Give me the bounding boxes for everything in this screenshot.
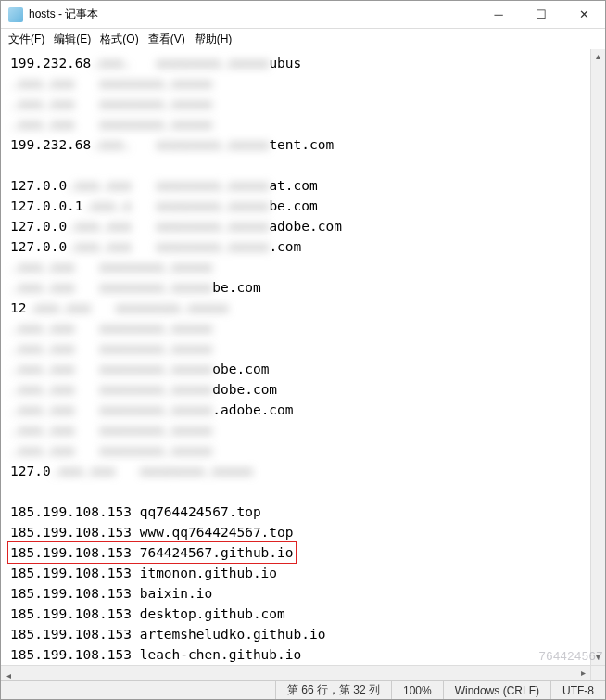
text-line-obscured: .xxx.xxx xxxxxxxx.xxxxx: [10, 440, 581, 461]
text-line-obscured: 127.0.0.xxx.xxx xxxxxxxx.xxxxx.com: [10, 236, 581, 257]
status-zoom: 100%: [391, 681, 443, 700]
scroll-down-icon[interactable]: ▾: [591, 650, 605, 665]
text-line: 185.199.108.153 leach-chen.github.io: [10, 644, 581, 665]
menu-format[interactable]: 格式(O): [100, 32, 138, 47]
menu-edit[interactable]: 编辑(E): [54, 32, 91, 47]
text-line-obscured: .xxx.xxx xxxxxxxx.xxxxx.adobe.com: [10, 400, 581, 420]
highlighted-entry: 185.199.108.153 764424567.github.io: [7, 541, 297, 564]
scrollbar-corner: [590, 665, 605, 680]
scroll-left-icon[interactable]: ◂: [1, 668, 16, 680]
scroll-right-icon[interactable]: ▸: [575, 666, 590, 680]
text-line: 185.199.108.153 baixin.io: [10, 583, 581, 604]
text-line-obscured: .xxx.xxx xxxxxxxx.xxxxxobe.com: [10, 359, 581, 379]
menu-view[interactable]: 查看(V): [148, 32, 185, 47]
status-eol: Windows (CRLF): [443, 681, 550, 700]
maximize-button[interactable]: ☐: [520, 1, 562, 28]
editor-area: 199.232.68.xxx. xxxxxxxx.xxxxxubus.xxx.x…: [1, 49, 605, 680]
text-line: 185.199.108.153 qq764424567.top: [10, 502, 581, 522]
text-line-obscured: .xxx.xxx xxxxxxxx.xxxxx: [10, 257, 581, 277]
text-line-obscured: 12.xxx.xxx xxxxxxxx.xxxxx: [10, 298, 581, 318]
text-line-obscured: .xxx.xxx xxxxxxxx.xxxxxbe.com: [10, 277, 581, 298]
text-line-obscured: .xxx.xxx xxxxxxxx.xxxxx: [10, 420, 581, 440]
window-controls: ─ ☐ ✕: [477, 1, 605, 28]
text-line: 185.199.108.153 www.qq764424567.top: [10, 522, 581, 542]
text-line-obscured: .xxx.xxx xxxxxxxx.xxxxx: [10, 338, 581, 359]
statusbar: 第 66 行，第 32 列 100% Windows (CRLF) UTF-8: [1, 680, 605, 700]
scroll-up-icon[interactable]: ▴: [591, 49, 605, 64]
horizontal-scrollbar[interactable]: ◂ ▸: [1, 665, 590, 680]
text-line: 185.199.108.153 itmonon.github.io: [10, 563, 581, 583]
text-line: 185.199.108.153 desktop.github.com: [10, 604, 581, 624]
close-button[interactable]: ✕: [562, 1, 605, 28]
menu-file[interactable]: 文件(F): [8, 32, 44, 47]
text-content[interactable]: 199.232.68.xxx. xxxxxxxx.xxxxxubus.xxx.x…: [1, 49, 590, 665]
text-line-obscured: 127.0.0.1.xxx.x xxxxxxxx.xxxxxbe.com: [10, 196, 581, 216]
text-line-obscured: .xxx.xxx xxxxxxxx.xxxxx: [10, 318, 581, 338]
titlebar: hosts - 记事本 ─ ☐ ✕: [1, 1, 605, 29]
window-title: hosts - 记事本: [29, 6, 477, 22]
text-line-obscured: 199.232.68.xxx. xxxxxxxx.xxxxxtent.com: [10, 134, 581, 155]
text-line-obscured: .xxx.xxx xxxxxxxx.xxxxxdobe.com: [10, 379, 581, 400]
status-encoding: UTF-8: [550, 681, 605, 700]
text-line: 185.199.108.153 artemsheludko.github.io: [10, 624, 581, 644]
text-line-obscured: 127.0.0.xxx.xxx xxxxxxxx.xxxxxadobe.com: [10, 216, 581, 236]
text-line-obscured: 127.0.xxx.xxx xxxxxxxx.xxxxx: [10, 461, 581, 481]
text-line: 185.199.108.153 764424567.github.io: [10, 542, 581, 563]
vertical-scrollbar[interactable]: ▴ ▾: [590, 49, 605, 665]
notepad-icon: [8, 7, 23, 22]
menubar: 文件(F) 编辑(E) 格式(O) 查看(V) 帮助(H): [1, 29, 605, 49]
text-line-obscured: .xxx.xxx xxxxxxxx.xxxxx: [10, 114, 581, 134]
text-line-obscured: 127.0.0.xxx.xxx xxxxxxxx.xxxxxat.com: [10, 175, 581, 196]
text-line-obscured: .xxx.xxx xxxxxxxx.xxxxx: [10, 73, 581, 94]
text-line-obscured: 199.232.68.xxx. xxxxxxxx.xxxxxubus: [10, 53, 581, 73]
text-line-obscured: .xxx.xxx xxxxxxxx.xxxxx: [10, 94, 581, 114]
status-position: 第 66 行，第 32 列: [275, 681, 391, 700]
minimize-button[interactable]: ─: [477, 1, 520, 28]
menu-help[interactable]: 帮助(H): [195, 32, 233, 47]
